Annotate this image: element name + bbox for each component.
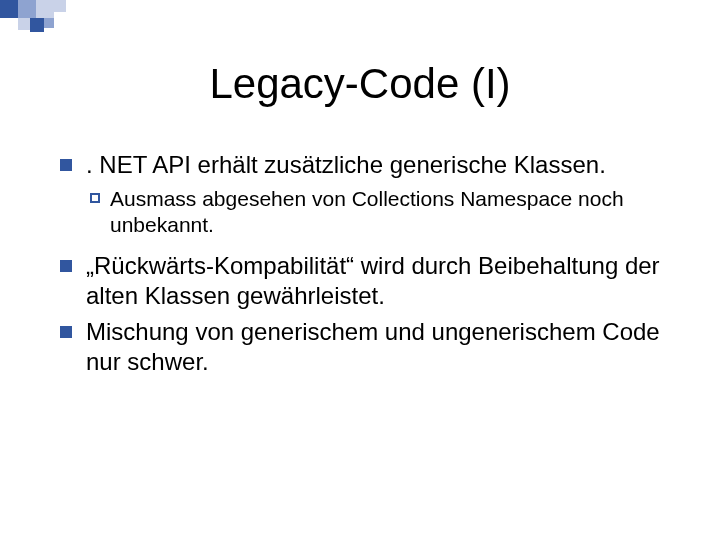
bullet-text: . NET API erhält zusätzliche generische … (86, 150, 670, 180)
bullet-item: . NET API erhält zusätzliche generische … (60, 150, 670, 180)
square-bullet-icon (60, 326, 72, 338)
deco-square-icon (0, 0, 18, 18)
deco-square-icon (44, 18, 54, 28)
slide-body: . NET API erhält zusätzliche generische … (60, 150, 670, 383)
deco-square-icon (18, 0, 36, 18)
slide: Legacy-Code (I) . NET API erhält zusätzl… (0, 0, 720, 540)
slide-title: Legacy-Code (I) (0, 60, 720, 108)
hollow-square-bullet-icon (90, 193, 100, 203)
sub-bullet-item: Ausmass abgesehen von Collections Namesp… (90, 186, 670, 239)
corner-decoration (0, 0, 120, 40)
bullet-item: Mischung von generischem und ungenerisch… (60, 317, 670, 377)
deco-square-icon (18, 18, 30, 30)
square-bullet-icon (60, 159, 72, 171)
bullet-item: „Rückwärts-Kompabilität“ wird durch Beib… (60, 251, 670, 311)
deco-square-icon (36, 0, 54, 18)
square-bullet-icon (60, 260, 72, 272)
bullet-text: „Rückwärts-Kompabilität“ wird durch Beib… (86, 251, 670, 311)
deco-square-icon (54, 0, 66, 12)
bullet-text: Mischung von generischem und ungenerisch… (86, 317, 670, 377)
deco-square-icon (30, 18, 44, 32)
sub-bullet-text: Ausmass abgesehen von Collections Namesp… (110, 186, 670, 239)
